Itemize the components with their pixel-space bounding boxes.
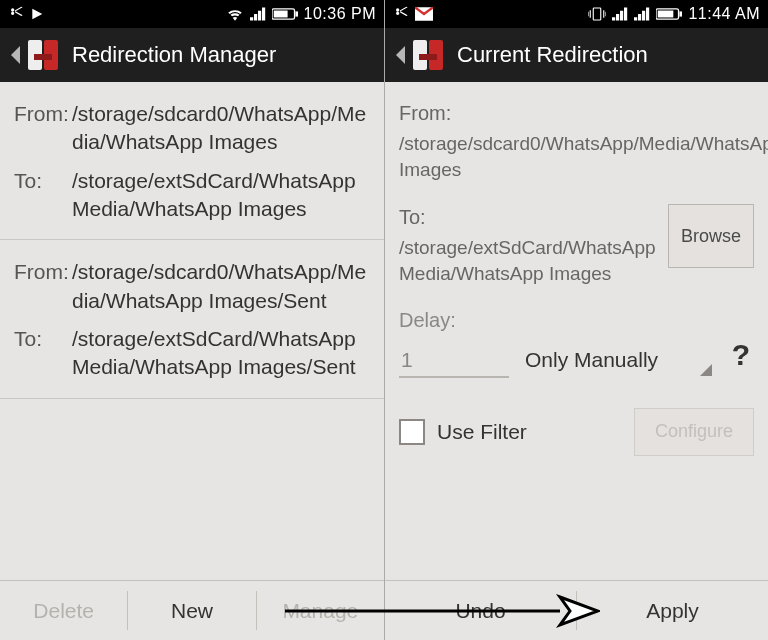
wifi-icon (226, 7, 244, 21)
delay-label: Delay: (399, 309, 754, 332)
help-icon[interactable]: ? (728, 338, 754, 378)
bottombar-left: Delete New Manage (0, 580, 384, 640)
appbar-right: Current Redirection (385, 28, 768, 82)
interval-spinner[interactable]: Only Manually (523, 344, 714, 378)
delay-input[interactable] (399, 344, 509, 378)
signal-icon (250, 7, 266, 21)
svg-rect-5 (34, 54, 52, 60)
status-bar-right: 11:44 AM (385, 0, 768, 28)
from-path: /storage/sdcard0/WhatsApp/Media/WhatsApp… (72, 100, 370, 157)
app-icon (409, 36, 447, 74)
svg-rect-7 (594, 8, 602, 20)
svg-rect-2 (295, 11, 298, 16)
status-clock: 10:36 PM (304, 5, 376, 23)
appbar-left: Redirection Manager (0, 28, 384, 82)
bottombar-right: Undo Apply (385, 580, 768, 640)
from-label: From: (14, 100, 72, 157)
spinner-value: Only Manually (525, 348, 658, 371)
redirection-list: From: /storage/sdcard0/WhatsApp/Media/Wh… (0, 82, 384, 580)
status-clock: 11:44 AM (688, 5, 760, 23)
appbar-title: Redirection Manager (72, 42, 276, 68)
to-label: To: (14, 167, 72, 224)
configure-button[interactable]: Configure (634, 408, 754, 456)
battery-icon (656, 7, 682, 21)
list-item[interactable]: From: /storage/sdcard0/WhatsApp/Media/Wh… (0, 240, 384, 398)
chevron-down-icon (700, 364, 712, 376)
to-label: To: (399, 204, 658, 231)
app-icon (24, 36, 62, 74)
from-label: From: (399, 100, 768, 127)
scissors-icon (8, 6, 24, 22)
svg-rect-1 (273, 11, 287, 18)
use-filter-checkbox[interactable] (399, 419, 425, 445)
signal-icon (634, 7, 650, 21)
svg-rect-13 (419, 54, 437, 60)
to-path: /storage/extSdCard/WhatsApp Media/WhatsA… (72, 167, 370, 224)
apply-button[interactable]: Apply (577, 581, 768, 640)
play-icon (30, 7, 44, 21)
use-filter-label: Use Filter (437, 420, 527, 444)
from-label: From: (14, 258, 72, 315)
gmail-icon (415, 7, 433, 21)
to-label: To: (14, 325, 72, 382)
screen-redirection-manager: 10:36 PM Redirection Manager From: /stor… (0, 0, 384, 640)
screen-current-redirection: 11:44 AM Current Redirection From: /stor… (384, 0, 768, 640)
status-bar-left: 10:36 PM (0, 0, 384, 28)
list-item[interactable]: From: /storage/sdcard0/WhatsApp/Media/Wh… (0, 82, 384, 240)
svg-rect-9 (658, 11, 674, 18)
undo-button[interactable]: Undo (385, 581, 576, 640)
scissors-icon (393, 6, 409, 22)
svg-rect-10 (680, 11, 683, 16)
from-path: /storage/sdcard0/WhatsApp/Media/WhatsApp… (72, 258, 370, 315)
appbar-title: Current Redirection (457, 42, 648, 68)
delete-button[interactable]: Delete (0, 581, 127, 640)
from-path: /storage/sdcard0/WhatsApp/Media/WhatsApp… (399, 133, 768, 180)
to-path: /storage/extSdCard/WhatsApp Media/WhatsA… (72, 325, 370, 382)
to-path: /storage/extSdCard/WhatsApp Media/WhatsA… (399, 237, 656, 284)
browse-to-button[interactable]: Browse (668, 204, 754, 268)
manage-button[interactable]: Manage (257, 581, 384, 640)
signal-icon (612, 7, 628, 21)
new-button[interactable]: New (128, 581, 255, 640)
vibrate-icon (588, 7, 606, 21)
battery-icon (272, 7, 298, 21)
back-icon[interactable] (8, 28, 22, 82)
back-icon[interactable] (393, 28, 407, 82)
